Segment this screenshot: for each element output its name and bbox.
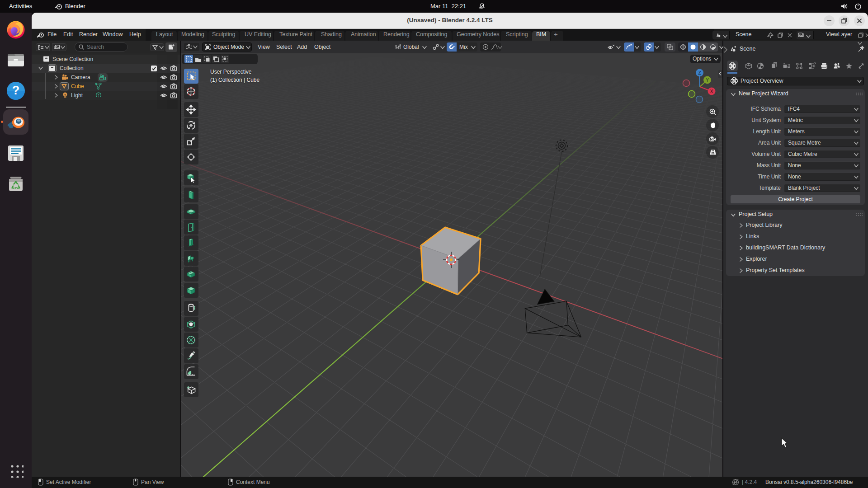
svg-text:?: ? xyxy=(12,84,20,97)
svg-text:Z: Z xyxy=(698,70,701,75)
svg-text:X: X xyxy=(710,89,713,94)
svg-text:Y: Y xyxy=(706,78,709,83)
